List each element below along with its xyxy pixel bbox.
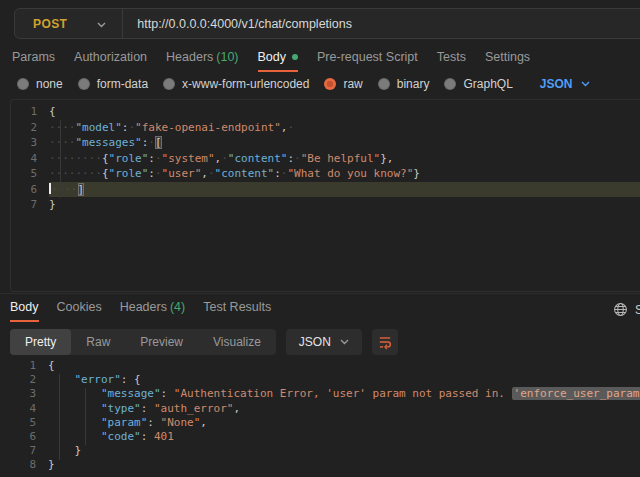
response-header-actions: S (613, 302, 640, 317)
tab-pre-request-script[interactable]: Pre-request Script (317, 50, 418, 72)
response-language-dropdown[interactable]: JSON (286, 329, 362, 355)
line-number: 4 (10, 402, 48, 416)
tab-authorization[interactable]: Authorization (74, 50, 147, 72)
tab-label: Params (12, 50, 55, 64)
tab-label: Authorization (74, 50, 147, 64)
raw-language-dropdown[interactable]: JSON (540, 77, 590, 91)
code-line: 3····"messages":·[ (11, 135, 640, 151)
chevron-down-icon (581, 81, 590, 87)
body-type-none[interactable]: none (17, 77, 63, 91)
radio-label: x-www-form-urlencoded (182, 77, 309, 91)
code-line: 5········{"role":·"user",·"content":·"Wh… (11, 166, 640, 182)
line-content: "param": "None", (48, 416, 640, 430)
line-content: ····] (49, 182, 640, 198)
response-tab-cookies[interactable]: Cookies (57, 300, 102, 322)
view-preview[interactable]: Preview (125, 329, 198, 355)
view-visualize[interactable]: Visualize (198, 329, 276, 355)
line-number: 8 (10, 458, 48, 472)
tab-tests[interactable]: Tests (437, 50, 466, 72)
tab-count: (4) (170, 300, 185, 314)
line-content: } (49, 197, 640, 213)
url-input[interactable]: http://0.0.0.0:4000/v1/chat/completions (123, 17, 352, 31)
body-type-raw[interactable]: raw (324, 77, 362, 91)
request-body-editor[interactable]: 1{2····"model":·"fake-openai-endpoint",·… (10, 99, 640, 292)
response-toolbar: PrettyRawPreviewVisualize JSON (10, 329, 398, 355)
view-raw[interactable]: Raw (71, 329, 125, 355)
tab-label: Tests (437, 50, 466, 64)
response-tab-test-results[interactable]: Test Results (203, 300, 271, 322)
line-number: 6 (11, 182, 49, 198)
response-tabs: BodyCookiesHeaders(4)Test Results (10, 300, 271, 322)
radio-label: form-data (97, 77, 148, 91)
code-line: 2 "error": { (10, 373, 640, 387)
line-number: 2 (10, 373, 48, 387)
body-type-graphql[interactable]: GraphQL (444, 77, 512, 91)
method-selector[interactable]: POST (15, 17, 67, 31)
radio-icon (444, 78, 456, 90)
radio-icon (324, 78, 336, 90)
line-number: 7 (11, 197, 49, 213)
radio-label: raw (343, 77, 362, 91)
radio-label: GraphQL (463, 77, 512, 91)
body-type-row: noneform-datax-www-form-urlencodedrawbin… (17, 77, 590, 91)
tab-settings[interactable]: Settings (485, 50, 530, 72)
code-line: 8} (10, 458, 640, 472)
indent-guide (60, 120, 61, 198)
line-number: 2 (11, 120, 49, 136)
code-line: 4········{"role":·"system",·"content":·"… (11, 151, 640, 167)
radio-icon (78, 78, 90, 90)
line-number: 7 (10, 444, 48, 458)
radio-label: binary (397, 77, 430, 91)
request-url-bar: POST http://0.0.0.0:4000/v1/chat/complet… (14, 8, 640, 39)
code-line: 1{ (11, 104, 640, 120)
tab-label: Headers (166, 50, 213, 64)
code-line: 4 "type": "auth_error", (10, 402, 640, 416)
body-type-x-www-form-urlencoded[interactable]: x-www-form-urlencoded (163, 77, 309, 91)
tab-label: Body (258, 50, 287, 64)
tab-label: Test Results (203, 300, 271, 314)
response-body-viewer[interactable]: 1{2 "error": {3 "message": "Authenticati… (10, 356, 640, 474)
line-content: { (49, 104, 640, 120)
indent-guide (59, 374, 60, 460)
line-number: 5 (10, 416, 48, 430)
wrap-text-icon (377, 334, 393, 350)
code-line: 2····"model":·"fake-openai-endpoint",· (11, 120, 640, 136)
body-type-binary[interactable]: binary (378, 77, 430, 91)
section-divider (0, 293, 640, 294)
request-tabs: ParamsAuthorizationHeaders(10)BodyPre-re… (12, 50, 530, 72)
tab-label: Cookies (57, 300, 102, 314)
tab-label: Pre-request Script (317, 50, 418, 64)
line-content: ········{"role":·"user",·"content":·"Wha… (49, 166, 640, 182)
response-language-label: JSON (299, 335, 331, 349)
globe-icon[interactable] (613, 302, 628, 317)
line-content: "error": { (48, 373, 640, 387)
code-line: 6 "code": 401 (10, 430, 640, 444)
code-line: 7} (11, 197, 640, 213)
line-content: "type": "auth_error", (48, 402, 640, 416)
tab-params[interactable]: Params (12, 50, 55, 72)
response-tab-body[interactable]: Body (10, 300, 39, 322)
code-line: 7 } (10, 444, 640, 458)
view-pretty[interactable]: Pretty (10, 329, 71, 355)
status-text-clipped: S (635, 303, 640, 317)
unsaved-dot-icon (292, 54, 298, 60)
tab-headers[interactable]: Headers(10) (166, 50, 238, 72)
line-number: 5 (11, 166, 49, 182)
raw-language-label: JSON (540, 77, 573, 91)
code-line: 3 "message": "Authentication Error, 'use… (10, 387, 640, 401)
line-number: 1 (11, 104, 49, 120)
line-content: "message": "Authentication Error, 'user'… (48, 387, 640, 401)
response-tab-headers[interactable]: Headers(4) (120, 300, 186, 322)
chevron-down-icon[interactable] (97, 22, 106, 28)
radio-label: none (36, 77, 63, 91)
line-content: ········{"role":·"system",·"content":·"B… (49, 151, 640, 167)
line-content: } (48, 458, 640, 472)
line-content: ····"model":·"fake-openai-endpoint",· (49, 120, 640, 136)
wrap-text-button[interactable] (372, 329, 398, 355)
tab-label: Body (10, 300, 39, 314)
tab-label: Headers (120, 300, 167, 314)
radio-icon (163, 78, 175, 90)
tab-body[interactable]: Body (258, 50, 299, 72)
body-type-form-data[interactable]: form-data (78, 77, 148, 91)
indent-guide (85, 388, 86, 445)
